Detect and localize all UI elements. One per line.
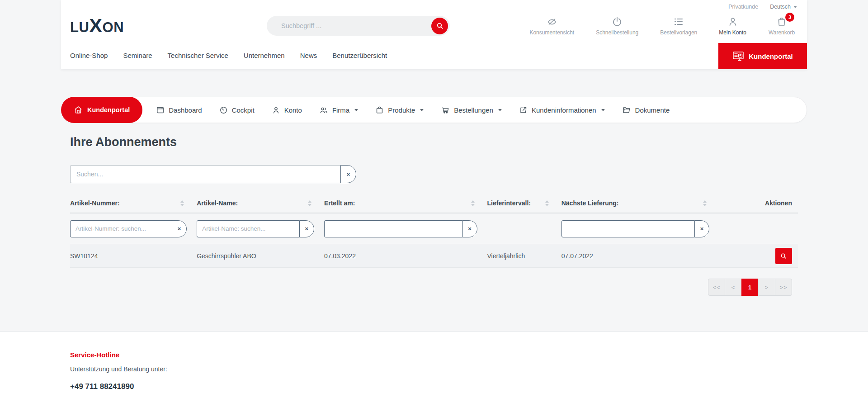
logo-text: LU [70,19,89,36]
package-icon [375,106,384,114]
folder-icon [622,106,631,114]
filter-clear-button[interactable]: × [299,220,314,237]
filter-artikel-name-input[interactable] [197,220,299,237]
portal-tab-label: Bestellungen [454,106,493,114]
filter-artikel-name: × [197,220,314,237]
cell-naechste-lieferung: 07.07.2022 [561,252,719,260]
column-header-artikel-nummer[interactable]: Artikel-Nummer: [70,199,197,207]
table-row: SW10124 Geschirrspühler ABO 07.03.2022 V… [70,244,798,268]
action-label: Schnellbestellung [596,29,638,36]
column-header-artikel-name[interactable]: Artikel-Name: [197,199,324,207]
search-input[interactable] [267,16,450,36]
magnifier-icon [780,253,787,259]
service-hotline-title: Service-Hotline [70,351,798,359]
cart-icon [441,106,450,114]
portal-tab-label: Dashboard [169,106,202,114]
portal-tab-dokumente[interactable]: Dokumente [622,106,670,114]
row-detail-button[interactable] [775,248,792,264]
portal-tab-label: Produkte [388,106,415,114]
sort-icon [703,200,707,206]
subscriptions-table: Artikel-Nummer: Artikel-Name: Ertellt am… [70,194,798,268]
action-label: Bestellvorlagen [660,29,697,36]
nav-seminare[interactable]: Seminare [123,52,152,59]
portal-tab-produkte[interactable]: Produkte [375,106,424,114]
kundenportal-button[interactable]: Kundenportal [718,43,807,69]
gauge-icon [219,106,228,114]
cell-ertellt-am: 07.03.2022 [324,252,487,260]
main-nav: Online-Shop Seminare Technischer Service… [61,41,807,69]
column-label: Ertellt am: [324,199,355,207]
nav-news[interactable]: News [300,52,317,59]
logo-text-2: ON [103,19,124,36]
page-title: Ihre Abonnements [70,135,798,149]
action-schnellbestellung[interactable]: Schnellbestellung [596,16,638,36]
sort-icon [545,200,549,206]
action-konsumentensicht[interactable]: Konsumentensicht [529,16,574,36]
chevron-down-icon [498,109,502,111]
search-button[interactable] [431,18,448,34]
portal-tab-cockpit[interactable]: Cockpit [219,106,255,114]
column-label: Artikel-Nummer: [70,199,120,207]
column-label: Aktionen [765,199,792,207]
action-bestellvorlagen[interactable]: Bestellvorlagen [660,16,697,36]
browser-icon [156,106,165,114]
pagination-page-1-button[interactable]: 1 [741,279,759,296]
nav-benutzeruebersicht[interactable]: Benutzerübersicht [332,52,387,59]
table-search: × [70,165,356,183]
nav-online-shop[interactable]: Online-Shop [70,52,108,59]
filter-artikel-nummer-input[interactable] [70,220,172,237]
nav-technischer-service[interactable]: Technischer Service [168,52,228,59]
logo[interactable]: LUXON [70,16,197,36]
sort-icon [471,200,475,206]
column-label: Nächste Lieferung: [561,199,619,207]
footer: Service-Hotline Unterstützung und Beratu… [0,331,868,398]
filter-clear-button[interactable]: × [172,220,187,237]
action-mein-konto[interactable]: Mein Konto [719,16,746,36]
portal-tab-label: Kundenportal [87,106,130,114]
table-search-clear-button[interactable]: × [340,165,356,183]
language-select[interactable]: Deutsch [770,4,797,10]
portal-tab-label: Dokumente [635,106,670,114]
header-search [267,16,450,36]
portal-cta-label: Kundenportal [749,52,793,60]
column-header-naechste-lieferung[interactable]: Nächste Lieferung: [561,199,719,207]
portal-tab-konto[interactable]: Konto [272,106,302,114]
magnifier-icon [436,22,443,29]
pagination-last-button[interactable]: >> [775,279,792,296]
pagination-prev-button[interactable]: < [725,279,742,296]
portal-tab-kundenportal[interactable]: Kundenportal [61,97,142,123]
home-icon [74,105,83,114]
power-icon [612,16,623,27]
portal-tab-dashboard[interactable]: Dashboard [156,106,202,114]
filter-clear-button[interactable]: × [462,220,477,237]
filter-ertellt-am: × [324,220,477,237]
list-icon [673,16,684,27]
pagination-next-button[interactable]: > [758,279,775,296]
header-main: LUXON Konsumentensicht [61,11,807,41]
action-warenkorb[interactable]: 3 Warenkorb [768,16,795,36]
column-header-lieferintervall[interactable]: Lieferintervall: [487,199,561,207]
service-hotline-phone: +49 711 88241890 [70,382,798,391]
portal-tab-label: Firma [332,106,349,114]
cart-badge: 3 [785,13,794,22]
pagination-first-button[interactable]: << [708,279,725,296]
nav-unternehmen[interactable]: Unternehmen [244,52,285,59]
portal-tab-kundeninformationen[interactable]: Kundeninformationen [519,106,605,114]
portal-tab-label: Konto [284,106,302,114]
filter-ertellt-am-input[interactable] [324,220,462,237]
column-label: Artikel-Name: [197,199,238,207]
logo-x: X [89,16,102,35]
portal-nav: Kundenportal Dashboard Cockpit [61,97,807,123]
sort-icon [180,200,184,206]
page-content: Ihre Abonnements × Artikel-Nummer: Artik… [61,135,807,296]
customer-type-link[interactable]: Privatkunde [728,4,758,10]
filter-clear-button[interactable]: × [694,220,709,237]
portal-tab-firma[interactable]: Firma [319,106,358,114]
column-header-ertellt-am[interactable]: Ertellt am: [324,199,487,207]
table-search-input[interactable] [70,165,340,183]
action-label: Konsumentensicht [529,29,574,36]
filter-naechste-lieferung-input[interactable] [561,220,694,237]
portal-tab-bestellungen[interactable]: Bestellungen [441,106,502,114]
portal-tab-label: Cockpit [232,106,255,114]
chevron-down-icon [601,109,605,111]
